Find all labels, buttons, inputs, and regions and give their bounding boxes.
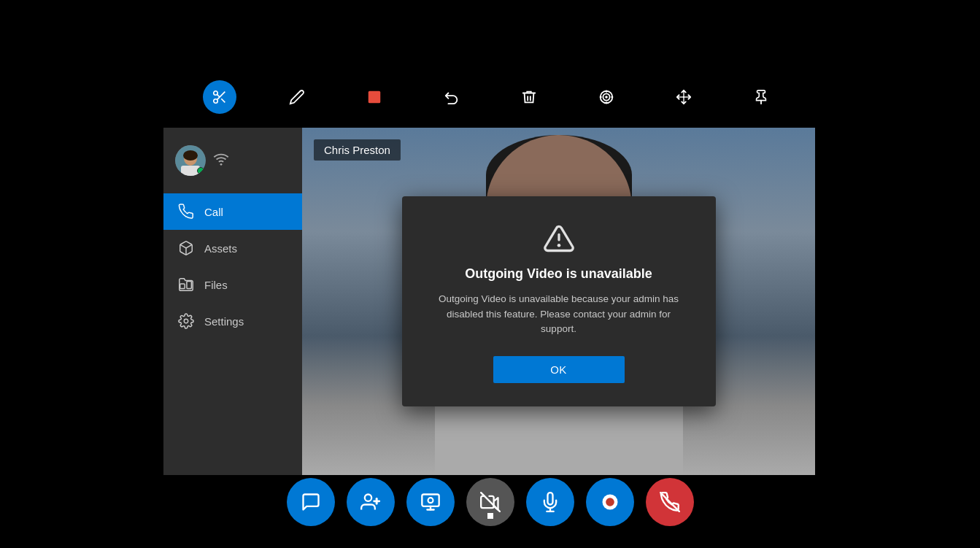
top-toolbar — [0, 80, 980, 114]
user-status-indicator — [197, 167, 204, 174]
stop-button[interactable] — [358, 80, 391, 114]
scissors-button[interactable] — [203, 80, 236, 114]
pen-button[interactable] — [280, 80, 314, 114]
sidebar-item-assets[interactable]: Assets — [163, 230, 302, 266]
dialog-ok-button[interactable]: OK — [493, 356, 625, 383]
record-button[interactable] — [586, 478, 634, 526]
target-button[interactable] — [590, 80, 623, 114]
call-controls — [0, 478, 980, 526]
svg-point-25 — [184, 319, 188, 323]
svg-point-34 — [428, 498, 433, 503]
svg-point-39 — [606, 498, 614, 506]
svg-line-3 — [221, 99, 225, 102]
svg-point-28 — [364, 495, 371, 501]
svg-point-18 — [183, 150, 198, 161]
video-unavailable-dialog: Outgoing Video is unavailable Outgoing V… — [402, 196, 716, 407]
delete-button[interactable] — [512, 80, 546, 114]
user-section — [163, 135, 302, 186]
chat-button[interactable] — [287, 478, 335, 526]
move-button[interactable] — [667, 80, 701, 114]
dialog-title: Outgoing Video is unavailable — [431, 266, 687, 282]
sidebar-item-call[interactable]: Call — [163, 193, 302, 230]
main-area: Call Assets Files — [163, 128, 815, 475]
sidebar-assets-label: Assets — [204, 242, 237, 255]
wifi-icon — [213, 151, 229, 171]
svg-rect-31 — [422, 495, 439, 506]
sidebar-item-files[interactable]: Files — [163, 266, 302, 303]
sidebar-settings-label: Settings — [204, 315, 244, 328]
sidebar: Call Assets Files — [163, 128, 302, 475]
svg-rect-24 — [187, 281, 191, 288]
svg-point-8 — [606, 96, 607, 98]
sidebar-files-label: Files — [204, 279, 228, 291]
warning-icon — [431, 223, 687, 255]
add-participant-button[interactable] — [347, 478, 395, 526]
toggle-mic-button[interactable] — [526, 478, 574, 526]
dialog-message: Outgoing Video is unavailable because yo… — [431, 292, 687, 338]
end-call-button[interactable] — [646, 478, 694, 526]
svg-rect-23 — [180, 284, 185, 288]
svg-point-0 — [213, 91, 217, 96]
svg-point-1 — [213, 99, 217, 104]
video-area: Chris Preston Outgoing Video is unavaila… — [302, 128, 815, 475]
nav-menu: Call Assets Files — [163, 193, 302, 339]
svg-rect-5 — [368, 91, 380, 104]
avatar — [175, 145, 206, 176]
undo-button[interactable] — [435, 80, 468, 114]
toggle-video-button[interactable] — [466, 478, 514, 526]
svg-line-4 — [217, 94, 220, 97]
share-screen-button[interactable] — [406, 478, 455, 526]
pin-button[interactable] — [744, 80, 778, 114]
sidebar-item-settings[interactable]: Settings — [163, 303, 302, 339]
sidebar-call-label: Call — [204, 206, 223, 218]
dialog-overlay: Outgoing Video is unavailable Outgoing V… — [302, 128, 815, 475]
